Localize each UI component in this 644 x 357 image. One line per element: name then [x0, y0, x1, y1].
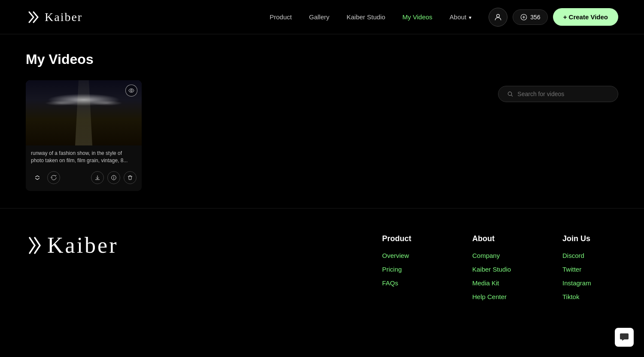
nav-link-product[interactable]: Product	[270, 13, 292, 21]
eye-svg	[128, 88, 134, 93]
download-icon	[94, 175, 100, 181]
nav-item-myvideos[interactable]: My Videos	[402, 13, 432, 21]
footer-link-tiktok-anchor[interactable]: Tiktok	[562, 293, 579, 300]
nav-logo-text: Kaiber	[45, 10, 82, 24]
footer-logo-container: Kaiber	[26, 234, 118, 257]
footer-link-faqs[interactable]: FAQs	[382, 279, 438, 287]
nav-link-about[interactable]: About	[450, 13, 466, 21]
footer-col-about: About Company Kaiber Studio Media Kit He…	[472, 234, 528, 301]
svg-point-6	[113, 176, 114, 176]
nav-link-studio[interactable]: Kaiber Studio	[346, 13, 385, 21]
footer-link-instagram-anchor[interactable]: Instagram	[562, 279, 591, 287]
nav-item-about[interactable]: About	[450, 13, 471, 21]
nav-logo[interactable]: Kaiber	[26, 9, 82, 25]
video-desc-line2: photo taken on film, film grain, vintage…	[31, 157, 128, 163]
footer-col-joinus: Join Us Discord Twitter Instagram Tiktok	[562, 234, 618, 301]
search-bar[interactable]	[498, 86, 618, 102]
profile-button[interactable]	[489, 8, 507, 27]
nav-about-dropdown[interactable]: About	[450, 13, 471, 21]
footer: Kaiber Product Overview Pricing FAQs Abo…	[0, 208, 644, 318]
footer-link-discord[interactable]: Discord	[562, 252, 618, 260]
loop-icon	[51, 175, 57, 181]
footer-product-links: Overview Pricing FAQs	[382, 252, 438, 287]
nav-item-product[interactable]: Product	[270, 13, 292, 21]
video-info: runway of a fashion show, in the style o…	[26, 145, 142, 191]
footer-link-overview[interactable]: Overview	[382, 252, 438, 260]
footer-product-title: Product	[382, 234, 438, 243]
expand-icon	[34, 175, 41, 180]
navbar: Kaiber Product Gallery Kaiber Studio My …	[0, 0, 644, 34]
footer-link-twitter-anchor[interactable]: Twitter	[562, 266, 581, 273]
kaiber-logo-icon	[26, 9, 41, 25]
footer-link-pricing-anchor[interactable]: Pricing	[382, 266, 402, 273]
video-desc-line1: runway of a fashion show, in the style o…	[31, 150, 122, 156]
footer-link-media-kit-anchor[interactable]: Media Kit	[472, 279, 499, 287]
video-card[interactable]: runway of a fashion show, in the style o…	[26, 80, 142, 191]
footer-link-company[interactable]: Company	[472, 252, 528, 260]
main-content: My Videos runway of a fashion	[0, 34, 644, 208]
footer-inner: Kaiber Product Overview Pricing FAQs Abo…	[26, 234, 618, 301]
footer-link-help-center[interactable]: Help Center	[472, 293, 528, 301]
footer-link-discord-anchor[interactable]: Discord	[562, 252, 584, 259]
chat-icon	[619, 332, 629, 342]
video-description: runway of a fashion show, in the style o…	[31, 150, 137, 164]
credits-count: 356	[530, 14, 540, 21]
footer-logo-icon	[26, 234, 44, 257]
footer-logo-text: Kaiber	[47, 234, 118, 257]
video-actions	[31, 169, 137, 187]
nav-link-gallery[interactable]: Gallery	[309, 13, 330, 21]
footer-link-company-anchor[interactable]: Company	[472, 252, 500, 259]
nav-links: Product Gallery Kaiber Studio My Videos …	[270, 13, 471, 21]
svg-point-0	[497, 14, 500, 17]
footer-link-kaiber-studio[interactable]: Kaiber Studio	[472, 266, 528, 273]
video-expand-button[interactable]	[31, 171, 44, 184]
video-thumbnail	[26, 80, 142, 145]
create-video-label: + Create Video	[563, 13, 608, 21]
footer-col-product: Product Overview Pricing FAQs	[382, 234, 438, 287]
create-video-button[interactable]: + Create Video	[553, 8, 618, 26]
footer-link-twitter[interactable]: Twitter	[562, 266, 618, 273]
search-icon	[507, 91, 513, 97]
footer-link-help-center-anchor[interactable]: Help Center	[472, 293, 507, 300]
nav-actions: 356 + Create Video	[489, 8, 618, 27]
footer-link-media-kit[interactable]: Media Kit	[472, 279, 528, 287]
footer-link-tiktok[interactable]: Tiktok	[562, 293, 618, 301]
svg-rect-7	[620, 333, 629, 339]
footer-about-title: About	[472, 234, 528, 243]
footer-link-overview-anchor[interactable]: Overview	[382, 252, 409, 259]
credits-button[interactable]: 356	[513, 9, 547, 25]
video-delete-button[interactable]	[124, 171, 137, 184]
footer-link-pricing[interactable]: Pricing	[382, 266, 438, 273]
footer-link-instagram[interactable]: Instagram	[562, 279, 618, 287]
trash-icon	[127, 175, 133, 181]
nav-link-myvideos[interactable]: My Videos	[402, 13, 432, 21]
footer-about-links: Company Kaiber Studio Media Kit Help Cen…	[472, 252, 528, 301]
user-icon	[494, 13, 502, 21]
search-input[interactable]	[517, 91, 609, 97]
chevron-down-icon	[468, 13, 471, 21]
info-icon	[111, 175, 117, 181]
chat-bubble[interactable]	[615, 328, 634, 347]
credits-icon	[520, 13, 528, 21]
footer-logo: Kaiber	[26, 234, 118, 257]
svg-point-4	[131, 90, 132, 91]
nav-item-studio[interactable]: Kaiber Studio	[346, 13, 385, 21]
svg-point-3	[129, 89, 134, 92]
page-title: My Videos	[26, 51, 618, 67]
video-download-button[interactable]	[91, 171, 104, 184]
video-thumbnail-visual	[26, 80, 142, 145]
nav-item-gallery[interactable]: Gallery	[309, 13, 330, 21]
footer-link-kaiber-studio-anchor[interactable]: Kaiber Studio	[472, 266, 511, 273]
video-info-button[interactable]	[107, 171, 120, 184]
footer-link-faqs-anchor[interactable]: FAQs	[382, 279, 398, 287]
footer-joinus-links: Discord Twitter Instagram Tiktok	[562, 252, 618, 301]
video-loop-button[interactable]	[47, 171, 60, 184]
footer-joinus-title: Join Us	[562, 234, 618, 243]
eye-icon[interactable]	[125, 85, 137, 97]
